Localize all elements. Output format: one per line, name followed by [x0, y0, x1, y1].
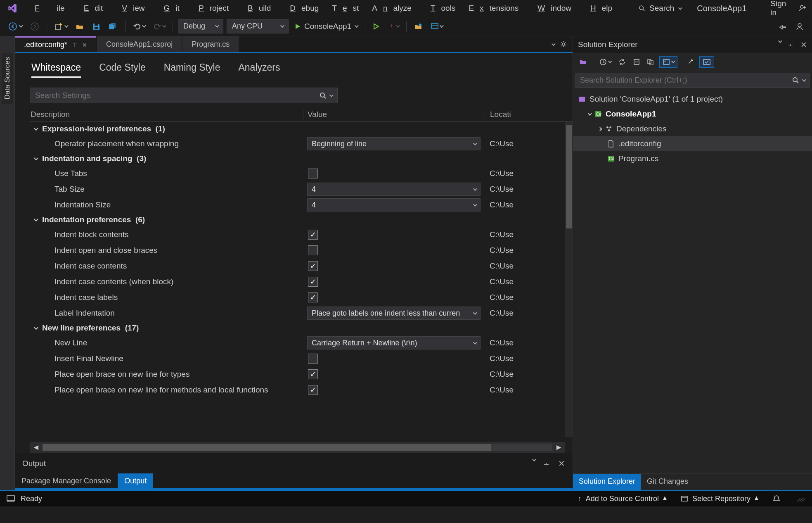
solution-root[interactable]: Solution 'ConsoleApp1' (1 of 1 project) — [573, 92, 812, 107]
save-button[interactable] — [89, 20, 104, 33]
account-add-icon[interactable] — [793, 2, 812, 15]
menu-view[interactable]: View — [110, 1, 150, 15]
settings-group[interactable]: Indentation preferences (6) — [30, 213, 565, 227]
tab-pmc[interactable]: Package Manager Console — [15, 473, 118, 488]
tabs-overflow-icon[interactable] — [552, 42, 556, 46]
menu-edit[interactable]: Edit — [72, 1, 109, 15]
value-checkbox[interactable]: ✓ — [308, 230, 318, 240]
value-checkbox[interactable]: ✓ — [308, 277, 318, 287]
bell-icon[interactable] — [772, 494, 781, 503]
output-status-icon[interactable] — [7, 495, 15, 502]
dependencies-node[interactable]: Dependencies — [573, 121, 812, 136]
menu-build[interactable]: Build — [236, 1, 277, 15]
properties-icon[interactable] — [684, 56, 698, 68]
value-checkbox[interactable] — [308, 245, 318, 255]
nav-back-button[interactable] — [5, 19, 25, 33]
search-icon[interactable] — [320, 92, 326, 99]
chevron-down-icon[interactable] — [329, 93, 334, 97]
window-layout-button[interactable] — [427, 20, 446, 33]
select-repository[interactable]: Select Repository ▾ — [681, 494, 758, 503]
project-node[interactable]: C# ConsoleApp1 — [573, 107, 812, 121]
value-dropdown[interactable]: 4 — [307, 198, 481, 212]
close-icon[interactable]: ✕ — [800, 40, 807, 50]
menu-git[interactable]: Git — [152, 1, 185, 15]
settings-group[interactable]: Expression-level preferences (1) — [30, 122, 565, 136]
menu-extensions[interactable]: Extensions — [463, 1, 524, 15]
redo-button[interactable] — [150, 20, 168, 33]
value-checkbox[interactable]: ✓ — [308, 369, 318, 379]
menu-analyze[interactable]: Analyze — [366, 1, 417, 15]
config-combo[interactable]: Debug — [178, 19, 223, 33]
new-item-button[interactable] — [51, 20, 71, 33]
settings-group[interactable]: New line preferences (17) — [30, 321, 565, 335]
start-nodebug-button[interactable] — [369, 21, 383, 32]
menu-debug[interactable]: Debug — [278, 1, 324, 15]
menu-file[interactable]: File — [23, 1, 71, 15]
col-value[interactable]: Value — [303, 110, 485, 119]
sign-in-link[interactable]: Sign in — [763, 0, 793, 17]
history-icon[interactable] — [597, 56, 614, 68]
platform-combo[interactable]: Any CPU — [227, 19, 289, 33]
value-dropdown[interactable]: 4 — [307, 183, 481, 196]
close-icon[interactable]: ✕ — [558, 459, 565, 468]
chevron-down-icon[interactable] — [802, 78, 806, 82]
track-active-icon[interactable] — [699, 56, 714, 68]
save-all-button[interactable] — [105, 20, 121, 33]
tab-settings-icon[interactable] — [560, 41, 567, 48]
ec-tab-naming[interactable]: Naming Style — [164, 62, 220, 78]
nav-fwd-button[interactable] — [27, 19, 43, 33]
chevron-down-icon[interactable] — [532, 457, 536, 461]
tab-solution-explorer[interactable]: Solution Explorer — [573, 474, 641, 490]
feedback-button[interactable] — [792, 20, 807, 33]
vertical-scrollbar[interactable] — [565, 122, 573, 437]
pin-icon[interactable]: ⫠ — [542, 459, 551, 468]
search-icon[interactable] — [792, 77, 799, 83]
col-location[interactable]: Locati — [485, 110, 573, 119]
tab-program[interactable]: Program.cs — [182, 36, 239, 52]
close-icon[interactable]: ✕ — [82, 42, 87, 48]
tab-editorconfig[interactable]: .editorconfig* ⊤ ✕ — [15, 36, 96, 52]
menu-project[interactable]: Project — [187, 1, 234, 15]
ec-tab-analyzers[interactable]: Analyzers — [238, 62, 280, 78]
show-all-icon[interactable] — [644, 57, 658, 67]
value-dropdown[interactable]: Beginning of line — [307, 137, 481, 150]
menu-window[interactable]: Window — [526, 1, 577, 15]
sync-icon[interactable] — [616, 56, 629, 68]
home-icon[interactable] — [576, 56, 589, 68]
scroll-left-icon[interactable]: ◄ — [32, 443, 40, 452]
add-source-control[interactable]: ↑ Add to Source Control ▾ — [578, 494, 667, 503]
value-checkbox[interactable] — [308, 169, 318, 178]
pin-icon[interactable]: ⊤ — [72, 42, 77, 48]
preview-icon[interactable] — [659, 56, 677, 68]
value-checkbox[interactable]: ✓ — [308, 261, 318, 271]
start-debug-button[interactable]: ConsoleApp1 — [290, 22, 362, 31]
col-description[interactable]: Description — [30, 110, 303, 119]
ec-tab-whitespace[interactable]: Whitespace — [31, 62, 81, 78]
data-sources-tab[interactable]: Data Sources — [2, 53, 13, 104]
scroll-right-icon[interactable]: ► — [555, 443, 563, 452]
program-node[interactable]: C# Program.cs — [573, 151, 812, 166]
title-search[interactable]: Search — [633, 2, 687, 14]
settings-search-input[interactable] — [35, 91, 320, 100]
value-checkbox[interactable]: ✓ — [308, 385, 318, 395]
pin-icon[interactable]: ⫠ — [787, 40, 795, 50]
value-checkbox[interactable] — [308, 354, 318, 364]
tab-git-changes[interactable]: Git Changes — [641, 474, 694, 490]
undo-button[interactable] — [130, 20, 148, 33]
menu-help[interactable]: Help — [579, 1, 618, 15]
horizontal-scrollbar[interactable]: ◄ ► — [30, 442, 565, 453]
browse-button[interactable] — [411, 20, 426, 33]
menu-tools[interactable]: Tools — [419, 1, 461, 15]
hot-reload-button[interactable] — [384, 20, 402, 33]
live-share-button[interactable] — [775, 20, 791, 33]
value-dropdown[interactable]: Place goto labels one indent less than c… — [307, 307, 481, 320]
menu-test[interactable]: Test — [326, 1, 365, 15]
value-checkbox[interactable]: ✓ — [308, 292, 318, 302]
solution-search-input[interactable] — [580, 76, 792, 85]
editorconfig-node[interactable]: .editorconfig — [573, 136, 812, 151]
chevron-down-icon[interactable] — [778, 39, 782, 43]
collapse-icon[interactable] — [630, 57, 643, 67]
tab-output[interactable]: Output — [118, 473, 153, 488]
settings-group[interactable]: Indentation and spacing (3) — [30, 152, 565, 166]
tab-csproj[interactable]: ConsoleApp1.csproj — [97, 36, 182, 52]
